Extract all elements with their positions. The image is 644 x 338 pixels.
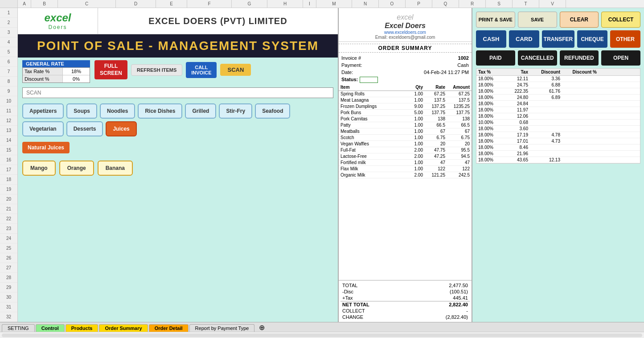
refresh-items-button[interactable]: REFRESH ITEMS — [131, 64, 182, 76]
cat-noodles[interactable]: Noodles — [100, 103, 135, 119]
status-label: Status: — [341, 77, 358, 83]
invoice-table-row: Patty1.0066.566.5 — [339, 122, 472, 128]
disc-value: (100.51) — [450, 289, 468, 294]
collect-row: COLLECT - — [340, 308, 470, 314]
cat-rice-dishes[interactable]: Rice Dishes — [138, 103, 182, 119]
col-b: B — [31, 0, 58, 8]
category-row-2: Vegetarian Desserts Juices — [22, 121, 333, 136]
card-button[interactable]: CARD — [509, 30, 539, 48]
tax-table-row: 18.00%24.806.89 — [476, 95, 640, 101]
col-qty: Qty — [405, 85, 423, 90]
cash-button[interactable]: CASH — [476, 30, 506, 48]
date-value: 04-Feb-24 11:27 PM — [424, 70, 469, 75]
item-banana[interactable]: Banana — [98, 161, 133, 176]
invoice-meta-date: Date: 04-Feb-24 11:27 PM — [339, 69, 472, 76]
tax-col: Tax — [506, 70, 528, 74]
transfer-button[interactable]: TRANSFER — [542, 30, 574, 48]
col-c: C — [58, 0, 116, 8]
add-sheet-button[interactable]: ⊕ — [259, 323, 265, 332]
pos-title: POINT OF SALE - MANAGEMENT SYSTEM — [22, 39, 333, 53]
invoice-status: Status: — [339, 76, 472, 84]
paid-button[interactable]: PAID — [476, 50, 515, 66]
change-value: (2,822.40) — [446, 314, 468, 320]
scrollbar-track[interactable] — [2, 334, 642, 337]
other-button[interactable]: OTHER — [610, 30, 640, 48]
change-label: CHANGE — [342, 314, 363, 320]
invoice-meta-payment: Payment: Cash — [339, 62, 472, 69]
tab-order-detail[interactable]: Order Detail — [149, 324, 189, 332]
cat-desserts[interactable]: Desserts — [66, 121, 103, 136]
cat-seafood[interactable]: Seafood — [255, 103, 290, 119]
cat-grilled[interactable]: Grilled — [185, 103, 216, 119]
disc-col: Discount — [529, 70, 560, 74]
rate-header: GENERAL RATE — [22, 60, 90, 67]
invoice-table-row: Scotch1.006.756.75 — [339, 135, 472, 141]
tax-rate-row: Tax Rate % 18% — [23, 68, 90, 75]
general-rate-section: GENERAL RATE Tax Rate % 18% Discount % 0… — [18, 58, 338, 86]
tab-order-summary[interactable]: Order Summary — [99, 324, 148, 332]
tax-value: 445.41 — [453, 295, 468, 301]
order-summary-title: ORDER SUMMARY — [339, 44, 472, 53]
cancelled-button[interactable]: CANCELLED — [518, 50, 557, 66]
rate-table-wrapper: GENERAL RATE Tax Rate % 18% Discount % 0… — [22, 60, 90, 83]
tab-products[interactable]: Products — [66, 324, 98, 332]
tax-table-row: 18.00%43.6512.13 — [476, 157, 640, 163]
collect-button[interactable]: COLLECT — [601, 12, 640, 28]
cat-vegetarian[interactable]: Vegetarian — [22, 121, 64, 136]
net-total-label: NET TOTAL — [342, 302, 369, 307]
col-d: D — [116, 0, 156, 8]
col-amount: Amount — [445, 85, 470, 90]
full-screen-button[interactable]: FULLSCREEN — [94, 60, 127, 79]
invoice-totals: TOTAL 2,477.50 -Disc (100.51) +Tax 445.4… — [339, 280, 472, 322]
tax-table-row: 18.00%11.97 — [476, 107, 640, 113]
discount-value: 0% — [63, 75, 90, 82]
item-mango[interactable]: Mango — [22, 161, 56, 176]
tab-setting[interactable]: SETTING — [2, 324, 35, 332]
col-v: V — [539, 0, 566, 8]
company-title-area: EXCEL DOERS (PVT) LIMITED — [98, 8, 338, 34]
tax-rate-label: Tax Rate % — [23, 68, 63, 75]
total-label: TOTAL — [342, 283, 357, 288]
invoice-table-row: Spring Rolls1.0067.2567.25 — [339, 91, 472, 97]
collect-value: - — [466, 308, 468, 313]
invoice-email: Email: exceldoers@gmail.com — [340, 35, 470, 40]
right-panel: PRINT & SAVE SAVE CLEAR COLLECT CASH CAR… — [472, 8, 644, 322]
tab-payment[interactable]: Report by Payment Type — [189, 324, 255, 332]
invoice-no-label: Invoice # — [341, 55, 361, 61]
disc-row: -Disc (100.51) — [340, 289, 470, 295]
scan-button[interactable]: SCAN — [220, 64, 251, 76]
tab-control[interactable]: Control — [36, 324, 65, 332]
invoice-meta-number: Invoice # 1002 — [339, 54, 472, 62]
invoice-no-value: 1002 — [458, 55, 469, 61]
disc-pct-col: Discount % — [561, 70, 597, 74]
col-f: F — [187, 0, 232, 8]
save-button[interactable]: SAVE — [518, 12, 557, 28]
call-invoice-button[interactable]: CALLINVOICE — [186, 62, 217, 78]
invoice-header: excel Excel Doers www.exceldoers.com Ema… — [339, 8, 472, 42]
cat-soups[interactable]: Soups — [66, 103, 97, 119]
cat-appetizers[interactable]: Appetizers — [22, 103, 64, 119]
col-a: A — [18, 0, 31, 8]
subcat-natural-juices[interactable]: Natural Juices — [22, 142, 70, 153]
payment-label: Payment: — [341, 62, 362, 68]
invoice-table-row: Lactose-Free2.0047.2594.5 — [339, 153, 472, 160]
horizontal-scrollbar[interactable] — [0, 332, 644, 338]
scan-input[interactable] — [22, 87, 333, 98]
clear-button[interactable]: CLEAR — [560, 12, 599, 28]
item-orange[interactable]: Orange — [59, 161, 94, 176]
payment-value: Cash — [457, 62, 469, 68]
tax-table-row: 18.00%222.3561.76 — [476, 88, 640, 95]
row-numbers: 1 2 3 4 5 6 7 8 9 10 11 12 13 14 15 16 1… — [0, 8, 18, 322]
net-total-value: 2,822.40 — [449, 302, 468, 307]
cat-stir-fry[interactable]: Stir-Fry — [219, 103, 252, 119]
total-row: TOTAL 2,477.50 — [340, 282, 470, 289]
col-g: G — [232, 0, 267, 8]
cat-juices[interactable]: Juices — [106, 121, 136, 136]
invoice-table-row: Organic Milk2.00121.25242.5 — [339, 172, 472, 178]
cheque-button[interactable]: CHEQUE — [577, 30, 607, 48]
col-item: Item — [340, 85, 405, 90]
refunded-button[interactable]: REFUNDED — [560, 50, 599, 66]
open-button[interactable]: OPEN — [601, 50, 640, 66]
print-save-button[interactable]: PRINT & SAVE — [476, 12, 515, 28]
item-buttons-row: Mango Orange Banana — [18, 159, 338, 177]
